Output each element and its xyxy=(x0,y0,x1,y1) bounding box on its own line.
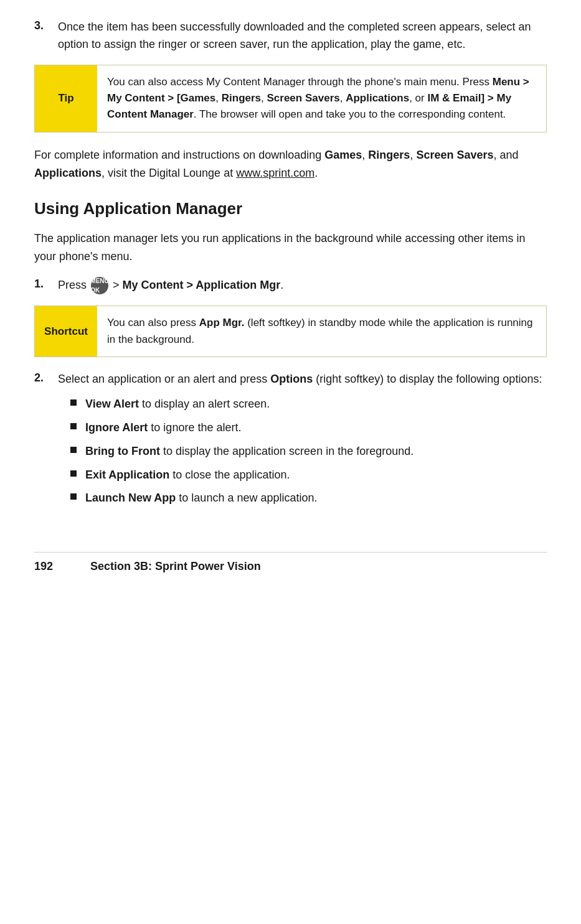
list-item-text: Exit Application to close the applicatio… xyxy=(85,467,290,484)
list-item-text: View Alert to display an alert screen. xyxy=(85,396,270,413)
step-3-text: Once the item has been successfully down… xyxy=(58,19,547,54)
info-paragraph: For complete information and instruction… xyxy=(34,146,547,182)
list-item-text: Ignore Alert to ignore the alert. xyxy=(85,419,241,437)
list-item: View Alert to display an alert screen. xyxy=(70,396,547,413)
step-2-text: Select an application or an alert and pr… xyxy=(58,371,547,515)
page-number: 192 xyxy=(34,560,72,573)
options-list: View Alert to display an alert screen. I… xyxy=(70,396,547,507)
heading-paragraph: The application manager lets you run app… xyxy=(34,230,547,266)
list-item: Launch New App to launch a new applicati… xyxy=(70,490,547,507)
bullet-icon xyxy=(70,493,77,500)
tip-box: Tip You can also access My Content Manag… xyxy=(34,65,547,133)
bullet-icon xyxy=(70,399,77,406)
step-2-number: 2. xyxy=(34,371,58,385)
list-item: Ignore Alert to ignore the alert. xyxy=(70,419,547,437)
tip-content: You can also access My Content Manager t… xyxy=(97,65,546,132)
shortcut-box: Shortcut You can also press App Mgr. (le… xyxy=(34,306,547,357)
bullet-icon xyxy=(70,447,77,453)
footer-section-label: Section 3B: Sprint Power Vision xyxy=(90,560,261,573)
list-item: Bring to Front to display the applicatio… xyxy=(70,443,547,460)
shortcut-label: Shortcut xyxy=(35,306,97,357)
bullet-icon xyxy=(70,470,77,477)
sprint-link[interactable]: www.sprint.com xyxy=(236,167,314,179)
list-item-text: Bring to Front to display the applicatio… xyxy=(85,443,413,460)
tip-label: Tip xyxy=(35,65,97,132)
step-1: 1. Press MENUOK > My Content > Applicati… xyxy=(34,277,547,294)
step-3-number: 3. xyxy=(34,19,58,32)
step-1-text: Press MENUOK > My Content > Application … xyxy=(58,277,547,294)
step-1-number: 1. xyxy=(34,277,58,291)
menu-ok-icon: MENUOK xyxy=(91,277,108,294)
footer: 192 Section 3B: Sprint Power Vision xyxy=(34,552,547,573)
step-3: 3. Once the item has been successfully d… xyxy=(34,19,547,54)
list-item-text: Launch New App to launch a new applicati… xyxy=(85,490,318,507)
bullet-icon xyxy=(70,423,77,429)
section-heading: Using Application Manager xyxy=(34,199,547,218)
shortcut-content: You can also press App Mgr. (left softke… xyxy=(97,306,546,357)
step-2: 2. Select an application or an alert and… xyxy=(34,371,547,515)
list-item: Exit Application to close the applicatio… xyxy=(70,467,547,484)
